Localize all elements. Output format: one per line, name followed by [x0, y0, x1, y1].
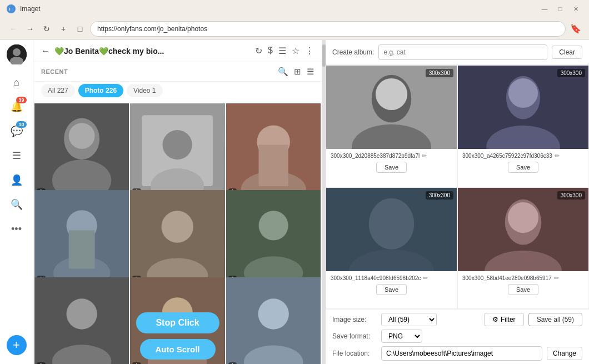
photo-cell[interactable]: 1 [226, 277, 321, 364]
image-card: 300x300 300x300_a4265c75922c97fd306c33 ✏… [457, 65, 589, 187]
image-thumbnail[interactable]: 300x300 [458, 66, 588, 149]
tab-all[interactable]: All 227 [41, 84, 75, 97]
app-logo: I [7, 4, 16, 13]
search-toggle-button[interactable]: 🔍 [278, 67, 288, 77]
back-button[interactable]: ← [41, 46, 50, 56]
image-filename: 300x300_2d20885e387d872b9dfa7l ✏ [331, 152, 452, 159]
svg-point-49 [369, 198, 415, 249]
sidebar-item-home[interactable]: ⌂ [6, 71, 28, 93]
svg-point-8 [69, 123, 95, 149]
image-thumbnail[interactable]: 300x300 [326, 188, 457, 271]
svg-point-11 [163, 130, 192, 159]
image-filename: 300x300_a4265c75922c97fd306c33 ✏ [462, 152, 584, 159]
stop-click-button[interactable]: Stop Click [136, 312, 219, 333]
photo-cell[interactable]: 1 [34, 103, 129, 198]
svg-point-26 [258, 211, 288, 241]
image-card: 300x300 300x300_2d20885e387d872b9dfa7l ✏… [326, 65, 457, 187]
sidebar-item-notifications[interactable]: 🔔 39 [6, 96, 28, 118]
change-button[interactable]: Change [547, 347, 582, 360]
messages-badge: 10 [16, 121, 26, 128]
clear-button[interactable]: Clear [552, 46, 582, 59]
photo-cell[interactable]: 1 [34, 190, 129, 285]
save-all-button[interactable]: Save all (59) [528, 313, 582, 326]
lists-icon: ☰ [12, 149, 21, 162]
photo-cell[interactable]: 1 [130, 103, 224, 198]
svg-point-41 [376, 78, 407, 110]
auto-scroll-button[interactable]: Auto Scroll [139, 339, 215, 360]
minimize-button[interactable]: — [538, 4, 551, 14]
left-scroll-bar[interactable] [322, 40, 326, 364]
notifications-badge: 39 [16, 97, 26, 103]
view-toggle-button[interactable]: ⊞ [294, 67, 301, 77]
svg-point-29 [66, 298, 97, 329]
back-button[interactable]: ← [7, 22, 20, 36]
save-image-button[interactable]: Save [376, 284, 407, 295]
close-button[interactable]: ✕ [569, 4, 582, 14]
sort-button[interactable]: ☰ [307, 67, 314, 77]
svg-rect-20 [69, 231, 95, 269]
window-controls: — □ ✕ [538, 4, 582, 14]
filter-icon: ⚙ [492, 316, 498, 323]
file-path-input[interactable] [381, 346, 542, 361]
new-tab-button[interactable]: + [57, 22, 70, 36]
refresh-action-icon[interactable]: ↻ [255, 46, 262, 56]
ellipsis-icon[interactable]: ⋮ [305, 46, 314, 56]
svg-rect-16 [258, 145, 288, 187]
sidebar-item-more[interactable]: ••• [6, 218, 28, 240]
bookmark-button[interactable]: 🔖 [569, 22, 582, 36]
left-panel: ← 💚Jo Benita💚check my bio... ↻ $ ☰ ☆ ⋮ R… [33, 40, 322, 364]
svg-point-55 [508, 202, 538, 232]
image-thumbnail[interactable]: 300x300 [326, 66, 457, 149]
dollar-icon[interactable]: $ [268, 46, 273, 56]
image-card-footer: 300x300_58bd41ee280e098b65917 ✏ Save [458, 271, 588, 298]
save-image-button[interactable]: Save [508, 284, 538, 295]
main-layout: ⌂ 🔔 39 💬 10 ☰ 👤 🔍 ••• + ← 💚Jo Benita💚che… [0, 40, 589, 364]
menu-icon[interactable]: ☰ [278, 46, 286, 56]
save-image-button[interactable]: Save [508, 162, 538, 173]
image-size-select[interactable]: All (59) [381, 313, 437, 326]
photo-cell[interactable]: 1 [34, 277, 129, 364]
right-panel-top: Create album: Clear [326, 40, 589, 65]
forward-button[interactable]: → [23, 22, 37, 36]
tab-video[interactable]: Video 1 [127, 84, 162, 97]
edit-filename-icon[interactable]: ✏ [555, 152, 560, 159]
sidebar-item-profile[interactable]: 👤 [6, 169, 28, 191]
edit-filename-icon[interactable]: ✏ [423, 275, 428, 282]
image-size-badge: 300x300 [426, 191, 453, 200]
sidebar-item-search[interactable]: 🔍 [6, 193, 28, 216]
photo-cell[interactable]: 1 [226, 103, 321, 198]
edit-filename-icon[interactable]: ✏ [554, 275, 559, 282]
add-button[interactable]: + [7, 335, 27, 355]
save-format-label: Save format: [332, 332, 377, 340]
format-select[interactable]: PNG JPEG WEBP [381, 330, 422, 343]
photo-cell[interactable]: 1 [226, 190, 321, 285]
refresh-button[interactable]: ↻ [40, 22, 53, 36]
search-icon: 🔍 [11, 198, 23, 211]
section-label: RECENT [41, 68, 272, 75]
image-filename: 300x300_58bd41ee280e098b65917 ✏ [462, 275, 584, 282]
svg-point-3 [13, 48, 21, 56]
tab-photo[interactable]: Photo 226 [78, 84, 123, 97]
filter-button[interactable]: ⚙ Filter [484, 313, 524, 326]
image-card: 300x300 300x300_58bd41ee280e098b65917 ✏ … [457, 187, 589, 310]
album-input[interactable] [378, 44, 547, 60]
image-thumbnail[interactable]: 300x300 [458, 188, 588, 271]
photo-cell[interactable]: 1 [130, 190, 224, 285]
save-image-button[interactable]: Save [376, 162, 407, 173]
maximize-button[interactable]: □ [553, 4, 567, 14]
home-icon: ⌂ [13, 77, 19, 88]
svg-point-46 [508, 78, 538, 108]
images-grid: 300x300 300x300_2d20885e387d872b9dfa7l ✏… [326, 65, 589, 309]
image-card-footer: 300x300_a4265c75922c97fd306c33 ✏ Save [458, 149, 588, 176]
star-icon[interactable]: ☆ [292, 46, 300, 56]
sidebar-item-messages[interactable]: 💬 10 [6, 120, 28, 142]
svg-point-35 [258, 298, 288, 329]
image-size-badge: 300x300 [426, 69, 453, 77]
url-bar[interactable]: https://onlyfans.com/jo_benita/photos [90, 21, 566, 37]
tabs-bar: RECENT 🔍 ⊞ ☰ [33, 62, 322, 82]
sidebar: ⌂ 🔔 39 💬 10 ☰ 👤 🔍 ••• + [0, 40, 33, 364]
sidebar-item-lists[interactable]: ☰ [6, 144, 28, 167]
extensions-button[interactable]: □ [73, 22, 87, 36]
profile-icon: 👤 [11, 174, 23, 186]
edit-filename-icon[interactable]: ✏ [422, 152, 427, 159]
